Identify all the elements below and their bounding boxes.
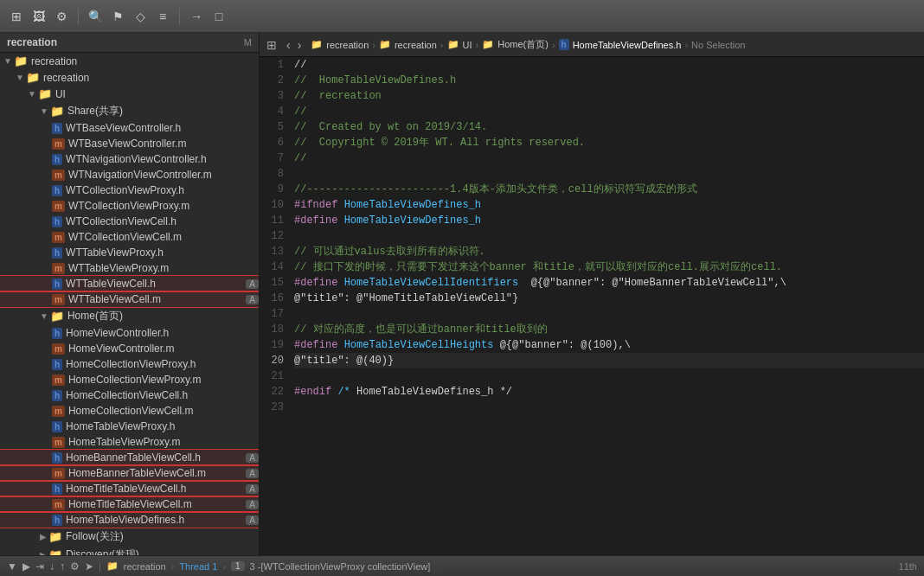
tree-item-HomeBannerTableViewCellh[interactable]: hHomeBannerTableViewCell.hA bbox=[0, 450, 259, 465]
h-icon: h bbox=[52, 390, 62, 401]
bottom-icon-send[interactable]: ➤ bbox=[85, 560, 93, 573]
file-name: WTTableViewCell.m bbox=[68, 293, 242, 305]
tree-item-HomeViewControllerm[interactable]: mHomeViewController.m bbox=[0, 341, 259, 356]
code-line: 7// bbox=[260, 150, 924, 166]
h-icon: h bbox=[52, 216, 62, 227]
folder-arrow: ▼ bbox=[40, 311, 48, 321]
folder-icon: 📁 bbox=[14, 54, 28, 67]
folder-arrow: ▼ bbox=[3, 56, 12, 66]
toolbar-icon-lines[interactable]: ≡ bbox=[153, 7, 172, 26]
grid-icon[interactable]: ⊞ bbox=[266, 38, 277, 52]
tree-item-WTBaseViewControllerm[interactable]: mWTBaseViewController.m bbox=[0, 136, 259, 151]
breadcrumb-item-1[interactable]: 📁 bbox=[311, 39, 323, 50]
bottom-icon-upload[interactable]: ↑ bbox=[60, 560, 65, 573]
tree-item-HomeTitleTableViewCellm[interactable]: mHomeTitleTableViewCell.mA bbox=[0, 496, 259, 512]
code-line: 23 bbox=[260, 400, 924, 415]
tree-item-HomeCollectionViewProxyh[interactable]: hHomeCollectionViewProxy.h bbox=[0, 356, 259, 372]
toolbar-icon-flag[interactable]: ⚑ bbox=[108, 7, 127, 26]
line-number: 21 bbox=[260, 368, 294, 384]
toolbar-icon-search[interactable]: 🔍 bbox=[86, 7, 105, 26]
tree-item-HomeTableViewProxym[interactable]: mHomeTableViewProxy.m bbox=[0, 434, 259, 450]
breadcrumb-label-2[interactable]: recreation bbox=[395, 40, 437, 50]
toolbar-icon-arrow[interactable]: → bbox=[187, 7, 206, 26]
tree-item-discovery[interactable]: ▶📁Discovery(发现) bbox=[0, 546, 259, 555]
code-editor[interactable]: 1//2// HomeTableViewDefines.h3// recreat… bbox=[260, 57, 924, 555]
nav-back[interactable]: ‹ bbox=[284, 38, 293, 52]
tree-item-HomeBannerTableViewCellm[interactable]: mHomeBannerTableViewCell.mA bbox=[0, 465, 259, 481]
tree-item-WTCollectionViewProxyh[interactable]: hWTCollectionViewProxy.h bbox=[0, 182, 259, 198]
tree-item-HomeTableViewProxyh[interactable]: hHomeTableViewProxy.h bbox=[0, 419, 259, 434]
h-icon: h bbox=[52, 515, 62, 526]
bottom-icon-play[interactable]: ▶ bbox=[22, 560, 30, 573]
breadcrumb-label-3[interactable]: UI bbox=[463, 40, 472, 50]
tree-item-follow[interactable]: ▶📁Follow(关注) bbox=[0, 528, 259, 546]
tree-item-WTCollectionViewCellm[interactable]: mWTCollectionViewCell.m bbox=[0, 229, 259, 245]
file-tree: ▼📁recreation▼📁recreation▼📁UI▼📁Share(共享)h… bbox=[0, 53, 259, 555]
bottom-bar-right: 11th bbox=[899, 561, 917, 572]
toolbar-icon-grid[interactable]: ⊞ bbox=[7, 7, 26, 26]
breadcrumb-item-3[interactable]: 📁 bbox=[447, 39, 459, 50]
tree-item-recreation-root[interactable]: ▼📁recreation bbox=[0, 53, 259, 69]
bottom-icon-down[interactable]: ▼ bbox=[7, 560, 17, 573]
breadcrumb-item-4[interactable]: 📁 bbox=[482, 39, 494, 50]
bottom-icon-download[interactable]: ↓ bbox=[49, 560, 55, 573]
tree-item-WTNavigationViewControllerm[interactable]: mWTNavigationViewController.m bbox=[0, 167, 259, 182]
m-icon: m bbox=[52, 138, 65, 150]
tree-item-HomeCollectionViewCellh[interactable]: hHomeCollectionViewCell.h bbox=[0, 387, 259, 403]
tree-item-home[interactable]: ▼📁Home(首页) bbox=[0, 307, 259, 325]
code-line: 17 bbox=[260, 306, 924, 322]
breadcrumb-item-5[interactable]: h bbox=[559, 39, 569, 50]
tree-item-WTCollectionViewCellh[interactable]: hWTCollectionViewCell.h bbox=[0, 214, 259, 229]
code-line: 10#ifndef HomeTableViewDefines_h bbox=[260, 197, 924, 213]
folder-arrow: ▼ bbox=[40, 106, 48, 116]
line-content: #define HomeTableViewDefines_h bbox=[294, 213, 924, 228]
breadcrumb-label-4[interactable]: Home(首页) bbox=[497, 38, 549, 51]
breadcrumb-item-2[interactable]: 📁 bbox=[379, 39, 391, 50]
tree-item-HomeTitleTableViewCellh[interactable]: hHomeTitleTableViewCell.hA bbox=[0, 481, 259, 496]
tree-item-recreation-sub[interactable]: ▼📁recreation bbox=[0, 69, 259, 86]
sidebar-root-label: recreation bbox=[7, 36, 244, 48]
line-number: 16 bbox=[260, 291, 294, 306]
folder-name: recreation bbox=[43, 72, 259, 84]
h-icon: h bbox=[52, 359, 62, 370]
tree-item-WTTableViewProxyh[interactable]: hWTTableViewProxy.h bbox=[0, 245, 259, 260]
tree-item-WTTableViewCellh[interactable]: hWTTableViewCell.hA bbox=[0, 276, 259, 291]
tree-item-WTTableViewProxym[interactable]: mWTTableViewProxy.m bbox=[0, 260, 259, 276]
tree-item-HomeViewControllerh[interactable]: hHomeViewController.h bbox=[0, 325, 259, 341]
bottom-icon-columns[interactable]: ⚙ bbox=[70, 560, 80, 573]
tree-item-WTCollectionViewProxym[interactable]: mWTCollectionViewProxy.m bbox=[0, 198, 259, 214]
h-icon: h bbox=[52, 421, 62, 432]
nav-forward[interactable]: › bbox=[295, 38, 305, 52]
breadcrumb-label-5[interactable]: HomeTableViewDefines.h bbox=[573, 40, 682, 50]
toolbar-icon-square[interactable]: □ bbox=[209, 7, 228, 26]
h-icon: h bbox=[52, 154, 62, 165]
bottom-path-label: recreation bbox=[124, 561, 166, 572]
m-icon: m bbox=[52, 294, 65, 305]
m-icon: m bbox=[52, 263, 65, 274]
file-name: WTBaseViewController.m bbox=[68, 138, 259, 150]
tree-item-HomeCollectionViewProxym[interactable]: mHomeCollectionViewProxy.m bbox=[0, 372, 259, 387]
bottom-thread[interactable]: Thread 1 bbox=[179, 561, 217, 572]
tree-item-HomeTableViewDefinesh[interactable]: hHomeTableViewDefines.hA bbox=[0, 512, 259, 528]
file-name: HomeTableViewDefines.h bbox=[66, 514, 242, 526]
tree-item-WTTableViewCellm[interactable]: mWTTableViewCell.mA bbox=[0, 291, 259, 307]
tree-item-WTBaseViewControllerh[interactable]: hWTBaseViewController.h bbox=[0, 120, 259, 136]
line-number: 22 bbox=[260, 384, 294, 400]
tree-item-share[interactable]: ▼📁Share(共享) bbox=[0, 102, 259, 120]
tree-item-WTNavigationViewControllerh[interactable]: hWTNavigationViewController.h bbox=[0, 151, 259, 167]
m-icon: m bbox=[52, 343, 65, 355]
toolbar-icon-diamond[interactable]: ◇ bbox=[131, 7, 150, 26]
bottom-icon-step[interactable]: ⇥ bbox=[35, 560, 44, 573]
badge: A bbox=[246, 484, 259, 494]
line-number: 12 bbox=[260, 228, 294, 244]
toolbar-icon-group[interactable]: ⚙ bbox=[52, 7, 71, 26]
file-name: WTTableViewProxy.m bbox=[68, 262, 259, 274]
tree-item-ui[interactable]: ▼📁UI bbox=[0, 86, 259, 102]
breadcrumb-label-1[interactable]: recreation bbox=[326, 40, 369, 50]
file-name: HomeTableViewProxy.m bbox=[68, 436, 259, 448]
badge: A bbox=[246, 453, 259, 463]
line-number: 19 bbox=[260, 337, 294, 353]
tree-item-HomeCollectionViewCellm[interactable]: mHomeCollectionViewCell.m bbox=[0, 403, 259, 419]
toolbar-icon-image[interactable]: 🖼 bbox=[29, 7, 48, 26]
h-icon: h bbox=[52, 247, 62, 259]
